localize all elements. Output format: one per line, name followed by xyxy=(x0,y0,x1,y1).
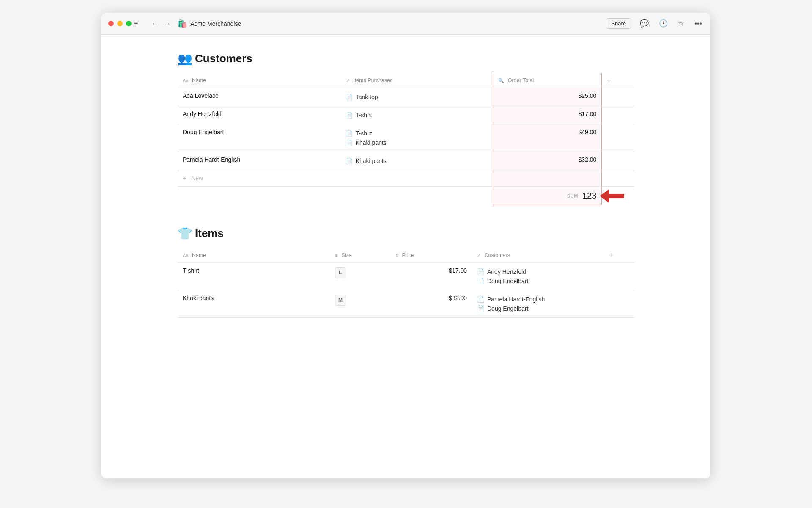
item-customers-inner: 📄 Andy Hertzfeld 📄 Doug Engelbart xyxy=(472,263,604,290)
price-value: $17.00 xyxy=(391,263,472,279)
maximize-button[interactable] xyxy=(126,21,132,26)
items-section: 👕 Items Aa Name ≡ Size # Price xyxy=(178,226,634,318)
item-customers-inner: 📄 Pamela Hardt-English 📄 Doug Engelbart xyxy=(472,290,604,318)
items-col-icon: ↗ xyxy=(346,78,350,83)
item-entry: 📄 T-shirt xyxy=(346,110,488,120)
item-name: T-shirt xyxy=(178,263,330,279)
share-button[interactable]: Share xyxy=(606,18,631,29)
items-heading: 👕 Items xyxy=(178,226,634,240)
item-name-cell[interactable]: Khaki pants xyxy=(178,290,330,318)
customer-entry: 📄 Doug Engelbart xyxy=(477,276,599,286)
table-row: Pamela Hardt-English 📄 Khaki pants xyxy=(178,152,634,170)
history-icon[interactable]: 🕐 xyxy=(657,18,669,29)
arrow-body xyxy=(609,194,624,198)
comment-icon[interactable]: 💬 xyxy=(638,18,650,29)
item-entry: 📄 Tank top xyxy=(346,92,488,102)
customer-name-cell[interactable]: Andy Hertzfeld xyxy=(178,106,341,124)
customer-name: Doug Engelbart xyxy=(178,124,341,141)
new-row-label[interactable]: + New xyxy=(178,170,341,186)
table-row: Ada Lovelace 📄 Tank top $25.00 xyxy=(178,88,634,106)
doc-icon: 📄 xyxy=(346,112,353,119)
item-name-cell[interactable]: T-shirt xyxy=(178,263,330,290)
item-customers-cell[interactable]: 📄 Andy Hertzfeld 📄 Doug Engelbart xyxy=(472,263,604,290)
price-col-icon: # xyxy=(396,253,398,258)
items-cell[interactable]: 📄 T-shirt xyxy=(341,106,493,124)
sum-items-cell xyxy=(341,187,493,205)
col-header-add[interactable]: + xyxy=(602,73,634,88)
size-cell[interactable]: L xyxy=(330,263,391,290)
order-total-cell[interactable]: $32.00 xyxy=(493,152,602,170)
new-row-cell[interactable]: + New xyxy=(178,170,341,187)
customer-name-cell[interactable]: Doug Engelbart xyxy=(178,124,341,152)
star-icon[interactable]: ☆ xyxy=(676,18,686,29)
size-col-icon: ≡ xyxy=(335,253,337,258)
customer-name-cell[interactable]: Pamela Hardt-English xyxy=(178,152,341,170)
nav-controls: ← → xyxy=(150,19,173,28)
size-cell[interactable]: M xyxy=(330,290,391,318)
customers-title: Customers xyxy=(195,52,252,65)
items-table: Aa Name ≡ Size # Price ↗ Customers + xyxy=(178,248,634,318)
item-name: T-shirt xyxy=(356,112,372,119)
size-inner: L xyxy=(330,263,391,282)
add-cell xyxy=(602,152,634,170)
customers-col-icon: ↗ xyxy=(477,253,481,258)
col-header-add2[interactable]: + xyxy=(604,248,634,263)
items-cell[interactable]: 📄 Khaki pants xyxy=(341,152,493,170)
order-total-value: $17.00 xyxy=(493,106,601,122)
plus-icon: + xyxy=(183,175,186,182)
add-column-button-items[interactable]: + xyxy=(609,251,613,259)
table-row: Khaki pants M $32.00 xyxy=(178,290,634,318)
forward-button[interactable]: → xyxy=(162,19,173,28)
items-cell[interactable]: 📄 Tank top xyxy=(341,88,493,106)
items-emoji: 👕 xyxy=(178,226,192,240)
size-inner: M xyxy=(330,290,391,310)
item-name: T-shirt xyxy=(356,130,372,137)
sum-content: SUM 123 xyxy=(493,187,601,205)
customer-name: Andy Hertzfeld xyxy=(487,268,526,275)
item-entry: 📄 Khaki pants xyxy=(346,156,488,166)
traffic-lights xyxy=(108,21,132,26)
customer-name: Pamela Hardt-English xyxy=(178,152,341,168)
order-total-value: $25.00 xyxy=(493,88,601,104)
order-total-cell[interactable]: $49.00 xyxy=(493,124,602,152)
customer-name: Andy Hertzfeld xyxy=(178,106,341,122)
close-button[interactable] xyxy=(108,21,114,26)
add-cell2 xyxy=(604,290,634,318)
item-customers-cell[interactable]: 📄 Pamela Hardt-English 📄 Doug Engelbart xyxy=(472,290,604,318)
col-header-items: ↗ Items Purchased xyxy=(341,73,493,88)
new-row-add xyxy=(602,170,634,187)
doc-icon: 📄 xyxy=(346,130,353,137)
minimize-button[interactable] xyxy=(117,21,123,26)
items-inner: 📄 Tank top xyxy=(341,88,493,106)
more-icon[interactable]: ••• xyxy=(693,19,704,29)
order-total-cell[interactable]: $17.00 xyxy=(493,106,602,124)
col-header-size: ≡ Size xyxy=(330,248,391,263)
items-header-row: Aa Name ≡ Size # Price ↗ Customers + xyxy=(178,248,634,263)
customer-name-cell[interactable]: Ada Lovelace xyxy=(178,88,341,106)
name-col-icon: Aa xyxy=(183,253,188,258)
title-area: 🛍️ Acme Merchandise xyxy=(178,19,241,28)
customer-name: Doug Engelbart xyxy=(487,305,528,312)
doc-icon: 📄 xyxy=(346,94,353,100)
col-header-order[interactable]: 🔍 Order Total xyxy=(493,73,602,88)
items-cell[interactable]: 📄 T-shirt 📄 Khaki pants xyxy=(341,124,493,152)
order-total-cell[interactable]: $25.00 xyxy=(493,88,602,106)
col-header-name: Aa Name xyxy=(178,248,330,263)
item-name: Khaki pants xyxy=(178,290,330,306)
items-inner: 📄 T-shirt xyxy=(341,106,493,124)
table-row: T-shirt L $17.00 xyxy=(178,263,634,290)
add-column-button[interactable]: + xyxy=(607,77,611,84)
items-title: Items xyxy=(195,227,224,240)
item-entry: 📄 Khaki pants xyxy=(346,138,488,147)
window-title: Acme Merchandise xyxy=(190,20,241,27)
customer-name: Doug Engelbart xyxy=(487,278,528,284)
doc-icon: 📄 xyxy=(346,158,353,164)
new-label: New xyxy=(191,175,203,182)
add-cell xyxy=(602,124,634,152)
hamburger-icon[interactable]: ≡ xyxy=(132,19,140,28)
item-name: Khaki pants xyxy=(356,139,387,146)
price-cell[interactable]: $17.00 xyxy=(391,263,472,290)
price-cell[interactable]: $32.00 xyxy=(391,290,472,318)
back-button[interactable]: ← xyxy=(150,19,160,28)
new-row[interactable]: + New xyxy=(178,170,634,187)
